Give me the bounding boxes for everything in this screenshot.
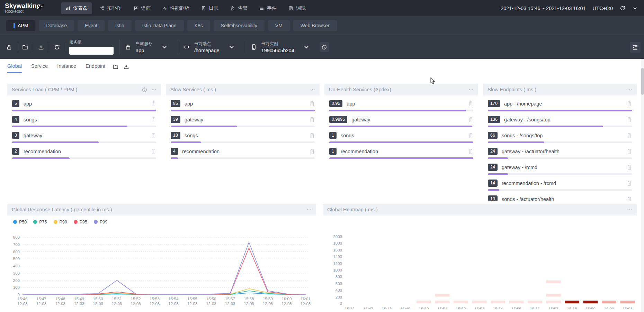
nav-item-debug[interactable]: 调试 (284, 2, 310, 14)
value-badge: 5 (12, 100, 19, 107)
clipboard-icon[interactable] (627, 181, 632, 186)
metric-name[interactable]: app (347, 101, 464, 107)
metric-bar-fill (12, 110, 156, 111)
card-menu-icon[interactable] (306, 207, 312, 212)
current-instance-selector[interactable]: 当前实例 199c56c5b204 (251, 41, 314, 53)
tab-service[interactable]: Service (31, 63, 48, 73)
metric-name[interactable]: songs (341, 133, 464, 138)
clipboard-icon[interactable] (627, 165, 632, 170)
clipboard-icon[interactable] (627, 101, 632, 107)
scrollbar-thumb[interactable] (641, 68, 644, 95)
clipboard-icon[interactable] (151, 117, 156, 122)
download-icon[interactable] (124, 64, 129, 70)
x-axis-label: 16:00 (282, 297, 292, 301)
clipboard-icon[interactable] (151, 101, 156, 107)
group-tab-database[interactable]: Database (39, 20, 74, 31)
metric-name[interactable]: app (185, 101, 305, 107)
legend-item-p75[interactable]: P75 (33, 220, 47, 224)
group-tab-k8s[interactable]: K8s (187, 20, 210, 31)
tab-instance[interactable]: Instance (57, 63, 76, 73)
group-tab-web-browser[interactable]: Web Browser (293, 20, 337, 31)
group-tab-event[interactable]: Event (78, 20, 105, 31)
chevron-down-icon[interactable] (632, 6, 638, 11)
metric-row: 18songs (171, 131, 315, 143)
metric-name[interactable]: gateway (24, 133, 147, 138)
metric-name[interactable]: app (24, 101, 147, 107)
metric-name[interactable]: gateway (351, 117, 464, 122)
nav-item-log[interactable]: 日志 (197, 2, 223, 14)
group-tab-istio[interactable]: Istio (108, 20, 132, 31)
clipboard-icon[interactable] (310, 101, 315, 107)
info-icon[interactable] (142, 87, 147, 92)
card-menu-icon[interactable] (468, 87, 474, 92)
metric-name[interactable]: gateway - /actuator/health (502, 149, 623, 154)
info-icon[interactable] (320, 42, 329, 52)
nav-item-alarm[interactable]: 告警 (226, 2, 252, 14)
clipboard-icon[interactable] (468, 117, 473, 122)
group-tab-vm[interactable]: VM (268, 20, 290, 31)
metric-name[interactable]: songs (185, 133, 305, 138)
metric-name[interactable]: gateway - /rcmd (502, 165, 623, 170)
clipboard-icon[interactable] (310, 117, 315, 122)
card-menu-icon[interactable] (627, 207, 632, 212)
clipboard-icon[interactable] (310, 133, 315, 138)
topology-icon (99, 6, 104, 11)
metric-name[interactable]: songs - /actuator/health (502, 196, 623, 201)
nav-item-dashboard[interactable]: 仪表盘 (61, 2, 92, 14)
clipboard-icon[interactable] (468, 149, 473, 154)
metric-name[interactable]: recommendation - /rcmd (502, 181, 623, 186)
metric-name[interactable]: app - /homepage (504, 101, 623, 107)
time-range[interactable]: 2021-12-03 15:46 ~ 2021-12-03 16:01 (501, 6, 586, 11)
legend-item-p90[interactable]: P90 (54, 220, 67, 224)
clipboard-icon[interactable] (627, 196, 632, 201)
open-folder-icon[interactable] (17, 44, 33, 50)
group-tab-apm[interactable]: APM (6, 20, 35, 31)
metric-name[interactable]: gateway - /songs/top (504, 117, 623, 122)
clipboard-icon[interactable] (627, 133, 632, 138)
tab-global[interactable]: Global (7, 63, 22, 73)
metric-name[interactable]: songs - /songs/top (502, 133, 623, 138)
open-folder-icon[interactable] (113, 64, 118, 70)
heatmap-cell (546, 281, 561, 283)
legend-item-p99[interactable]: P99 (94, 220, 107, 224)
lock-icon[interactable] (1, 44, 17, 50)
metric-name[interactable]: recommendation (24, 149, 147, 154)
service-group-input[interactable] (69, 47, 114, 55)
clipboard-icon[interactable] (310, 149, 315, 154)
current-endpoint-selector[interactable]: 当前端点 /homepage (184, 41, 239, 53)
timezone-selector[interactable]: UTC+0:0 (593, 6, 613, 11)
clipboard-icon[interactable] (627, 117, 632, 122)
group-tab-istio-data-plane[interactable]: Istio Data Plane (135, 20, 184, 31)
refresh-icon[interactable] (620, 6, 625, 11)
card-menu-icon[interactable] (151, 87, 156, 92)
nav-item-trace[interactable]: 追踪 (129, 2, 155, 14)
nav-item-event[interactable]: 事件 (255, 2, 281, 14)
heatmap-cell (417, 301, 431, 303)
download-icon[interactable] (33, 44, 49, 50)
metric-name[interactable]: gateway (185, 117, 305, 122)
metric-name[interactable]: songs (24, 117, 147, 122)
heatmap-cell (435, 301, 450, 303)
clipboard-icon[interactable] (468, 133, 473, 138)
clipboard-icon[interactable] (627, 149, 632, 154)
app-logo[interactable]: Skywalking Rocketbot (0, 2, 60, 14)
clipboard-icon[interactable] (468, 101, 473, 107)
legend-item-p50[interactable]: P50 (13, 220, 27, 224)
current-service-selector[interactable]: 当前服务 app (125, 41, 172, 53)
metric-name[interactable]: recommendation (341, 149, 464, 154)
legend-item-p95[interactable]: P95 (74, 220, 87, 224)
clipboard-icon[interactable] (151, 149, 156, 154)
metric-bar-fill (488, 110, 632, 111)
group-tab-selfobservability[interactable]: SelfObservability (214, 20, 265, 31)
card-menu-icon[interactable] (627, 87, 632, 92)
clipboard-icon[interactable] (151, 133, 156, 138)
nav-item-topology[interactable]: 拓扑图 (95, 2, 126, 14)
nav-item-profile[interactable]: 性能剖析 (158, 2, 194, 14)
collapse-panel-icon[interactable] (630, 42, 641, 53)
metric-bar-track (488, 189, 632, 191)
card-menu-icon[interactable] (310, 87, 315, 92)
metric-name[interactable]: recommendation (182, 149, 305, 154)
auto-refresh-icon[interactable] (49, 44, 65, 50)
event-icon (259, 6, 264, 11)
tab-endpoint[interactable]: Endpoint (86, 63, 105, 73)
